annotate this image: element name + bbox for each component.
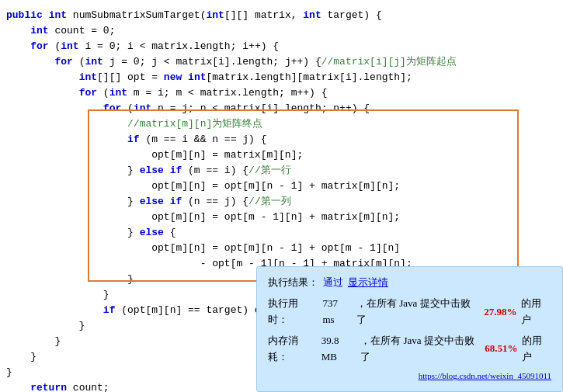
blog-url-link[interactable]: https://blog.csdn.net/weixin_45091011 — [268, 369, 551, 383]
time-result-row: 执行用时： 737 ms ，在所有 Java 提交中击败了 27.98% 的用户 — [268, 296, 551, 328]
code-line-13: } else if (n == j) {//第一列 — [6, 194, 557, 210]
time-value: 737 ms — [322, 296, 352, 328]
memory-percent: 68.51% — [485, 341, 517, 357]
code-line-14: opt[m][n] = opt[m - 1][n] + matrix[m][n]… — [6, 210, 557, 225]
code-line-2: int count = 0; — [6, 23, 557, 39]
time-percent: 27.98% — [484, 304, 516, 321]
code-line-7: for (int n = j; n < matrix[i].length; n+… — [6, 101, 557, 116]
memory-desc: ，在所有 Java 提交中击败了 — [360, 333, 480, 366]
code-line-4: for (int j = 0; j < matrix[i].length; j+… — [6, 54, 557, 70]
memory-label: 内存消耗： — [268, 333, 317, 366]
code-line-3: for (int i = 0; i < matrix.length; i++) … — [6, 39, 557, 54]
show-detail-link[interactable]: 显示详情 — [348, 275, 388, 291]
memory-value: 39.8 MB — [321, 333, 356, 366]
memory-result-row: 内存消耗： 39.8 MB ，在所有 Java 提交中击败了 68.51% 的用… — [268, 333, 551, 366]
execution-label: 执行结果： — [268, 275, 318, 291]
code-line-12: opt[m][n] = opt[m][n - 1] + matrix[m][n]… — [6, 179, 557, 194]
code-line-9: if (m == i && n == j) { — [6, 132, 557, 147]
code-line-8: //matrix[m][n]为矩阵终点 — [6, 116, 557, 132]
memory-suffix: 的用户 — [522, 333, 551, 366]
execution-result-row: 执行结果： 通过 显示详情 — [268, 275, 551, 291]
code-line-16: opt[m][n] = opt[m][n - 1] + opt[m - 1][n… — [6, 241, 557, 256]
code-line-5: int[][] opt = new int[matrix.length][mat… — [6, 70, 557, 85]
code-line-6: for (int m = i; m < matrix.length; m++) … — [6, 85, 557, 101]
time-label: 执行用时： — [268, 296, 318, 328]
code-editor: public int numSubmatrixSumTarget(int[][]… — [0, 0, 563, 392]
code-line-15: } else { — [6, 225, 557, 241]
result-popup: 执行结果： 通过 显示详情 执行用时： 737 ms ，在所有 Java 提交中… — [256, 266, 563, 392]
time-desc: ，在所有 Java 提交中击败了 — [356, 296, 479, 328]
code-line-1: public int numSubmatrixSumTarget(int[][]… — [6, 8, 557, 23]
code-line-11: } else if (m == i) {//第一行 — [6, 163, 557, 179]
code-line-10: opt[m][n] = matrix[m][n]; — [6, 147, 557, 163]
time-suffix: 的用户 — [521, 296, 551, 328]
pass-status: 通过 — [323, 275, 343, 291]
